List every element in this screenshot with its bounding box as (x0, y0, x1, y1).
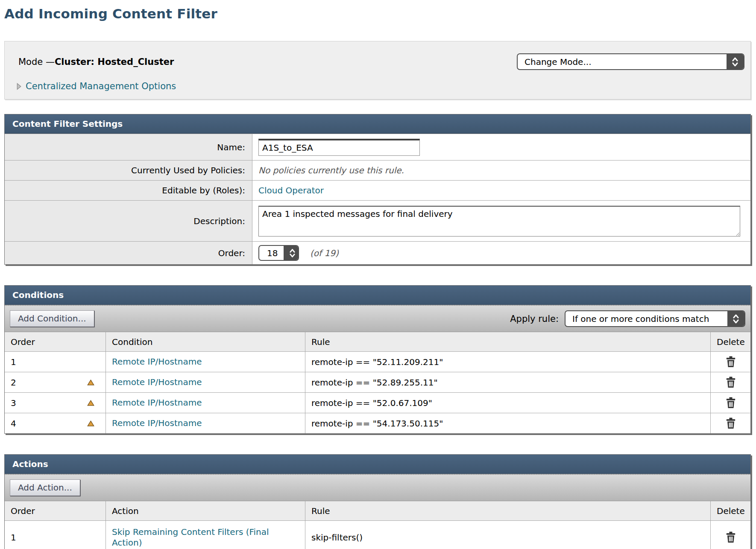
delete-trash-icon[interactable] (726, 397, 736, 409)
policies-label: Currently Used by Policies: (5, 161, 252, 180)
description-label: Description: (5, 201, 252, 241)
move-up-icon[interactable] (87, 421, 94, 426)
move-up-icon[interactable] (87, 380, 94, 385)
order-label: Order: (5, 242, 252, 264)
action-row: 1 Skip Remaining Content Filters (Final … (5, 520, 750, 549)
add-action-button[interactable]: Add Action... (10, 479, 80, 496)
order-total: (of 19) (310, 248, 339, 258)
condition-order: 3 (11, 398, 16, 408)
action-order: 1 (11, 532, 16, 543)
actions-panel: Actions Add Action... Order Action Rule … (4, 454, 751, 549)
column-header-delete: Delete (710, 501, 750, 520)
delete-trash-icon[interactable] (726, 377, 736, 388)
condition-row: 1 Remote IP/Hostname remote-ip == "52.11… (5, 351, 750, 372)
content-filter-settings-panel: Content Filter Settings Name: Currently … (4, 114, 751, 265)
condition-link[interactable]: Remote IP/Hostname (112, 377, 202, 388)
condition-order: 2 (11, 377, 16, 388)
order-select[interactable]: 18 (258, 245, 299, 261)
column-header-rule: Rule (305, 332, 710, 351)
condition-rule: remote-ip == "54.173.50.115" (305, 413, 710, 433)
condition-rule: remote-ip == "52.0.67.109" (305, 393, 710, 413)
page-title: Add Incoming Content Filter (4, 6, 751, 21)
mode-value: Cluster: Hosted_Cluster (55, 57, 174, 67)
condition-order: 1 (11, 357, 16, 367)
column-header-rule: Rule (305, 501, 710, 520)
action-link[interactable]: Skip Remaining Content Filters (Final Ac… (112, 527, 299, 548)
change-mode-select[interactable]: Change Mode... (517, 53, 744, 70)
column-header-order: Order (5, 332, 105, 351)
disclosure-triangle-icon[interactable] (17, 83, 21, 90)
move-up-icon[interactable] (87, 400, 94, 406)
column-header-delete: Delete (710, 332, 750, 351)
action-rule: skip-filters() (305, 521, 710, 549)
column-header-order: Order (5, 501, 105, 520)
apply-rule-select[interactable]: If one or more conditions match (565, 310, 745, 327)
delete-trash-icon[interactable] (726, 531, 736, 543)
name-input[interactable] (258, 139, 420, 156)
settings-panel-header: Content Filter Settings (5, 114, 750, 134)
column-header-action: Action (105, 501, 305, 520)
select-spinner-icon (727, 311, 744, 326)
condition-rule: remote-ip == "52.11.209.211" (305, 352, 710, 372)
mode-box: Mode —Cluster: Hosted_Cluster Change Mod… (4, 41, 751, 99)
name-label: Name: (5, 134, 252, 160)
cloud-operator-link[interactable]: Cloud Operator (258, 185, 324, 196)
condition-link[interactable]: Remote IP/Hostname (112, 356, 202, 367)
condition-row: 4 Remote IP/Hostname remote-ip == "54.17… (5, 413, 750, 433)
select-spinner-icon (727, 54, 744, 69)
description-textarea[interactable]: Area 1 inspected messages for final deli… (258, 206, 740, 237)
mode-text: Mode —Cluster: Hosted_Cluster (14, 57, 174, 67)
conditions-panel-header: Conditions (5, 286, 750, 305)
condition-rule: remote-ip == "52.89.255.11" (305, 372, 710, 392)
policies-value: No policies currently use this rule. (258, 165, 404, 175)
condition-row: 3 Remote IP/Hostname remote-ip == "52.0.… (5, 392, 750, 413)
delete-trash-icon[interactable] (726, 356, 736, 368)
select-spinner-icon (284, 246, 299, 260)
condition-order: 4 (11, 418, 16, 429)
add-condition-button[interactable]: Add Condition... (10, 310, 94, 327)
editable-by-label: Editable by (Roles): (5, 181, 252, 200)
mode-label: Mode — (18, 57, 55, 67)
condition-row: 2 Remote IP/Hostname remote-ip == "52.89… (5, 372, 750, 392)
apply-rule-label: Apply rule: (510, 314, 559, 324)
conditions-panel: Conditions Add Condition... Apply rule: … (4, 285, 751, 434)
centralized-management-options-link[interactable]: Centralized Management Options (26, 81, 176, 91)
delete-trash-icon[interactable] (726, 418, 736, 429)
actions-panel-header: Actions (5, 455, 750, 474)
column-header-condition: Condition (105, 332, 305, 351)
condition-link[interactable]: Remote IP/Hostname (112, 418, 202, 429)
condition-link[interactable]: Remote IP/Hostname (112, 397, 202, 408)
